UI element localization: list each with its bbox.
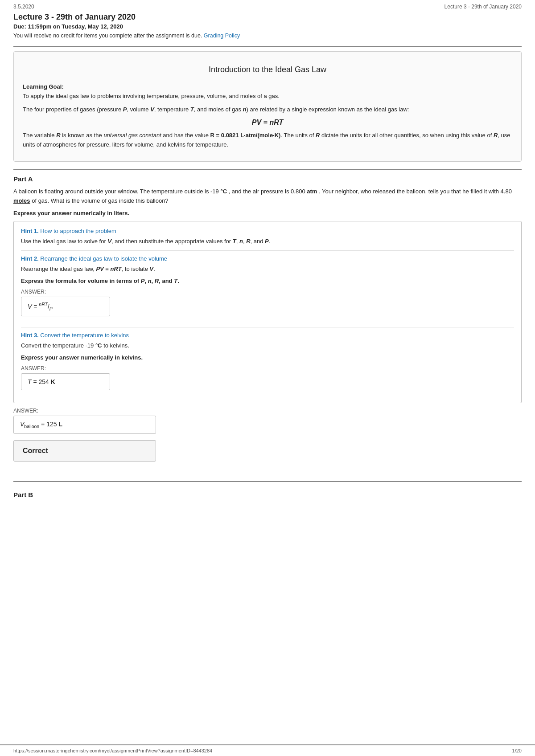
h2-r: R bbox=[155, 278, 159, 284]
hint-divider-1 bbox=[21, 250, 514, 251]
var-R-inline3: R bbox=[494, 132, 498, 139]
var-R-inline: R bbox=[56, 132, 60, 139]
correct-box: Correct bbox=[13, 440, 156, 462]
h2-t: T bbox=[174, 278, 177, 284]
parta-answer-value: Vballoon = 125 L bbox=[20, 421, 62, 428]
intro-desc1: The four properties of gases (pressure P… bbox=[23, 105, 512, 114]
h2-n: n bbox=[148, 278, 152, 284]
hint3-answer-value: T = 254 K bbox=[28, 378, 55, 385]
grading-note: You will receive no credit for items you… bbox=[13, 33, 522, 39]
learning-goal-text: To apply the ideal gas law to problems i… bbox=[23, 92, 512, 101]
hint1-var-T: T bbox=[233, 238, 236, 245]
hint3-title: Convert the temperature to kelvins bbox=[40, 332, 129, 339]
correct-label: Correct bbox=[23, 447, 48, 454]
parta-answer-label: ANSWER: bbox=[13, 408, 522, 414]
grading-note-text: You will receive no credit for items you… bbox=[13, 33, 202, 39]
header-section: Lecture 3 - 29th of January 2020 Due: 11… bbox=[0, 12, 535, 46]
intro-desc2: The variable R is known as the universal… bbox=[23, 131, 512, 150]
top-bar: 3.5.2020 Lecture 3 - 29th of January 202… bbox=[0, 0, 535, 12]
lecture-title: Lecture 3 - 29th of January 2020 bbox=[13, 12, 522, 22]
intro-title: Introduction to the Ideal Gas Law bbox=[23, 60, 512, 79]
top-bar-lecture: Lecture 3 - 29th of January 2020 bbox=[444, 4, 522, 10]
part-a-question: A balloon is floating around outside you… bbox=[13, 187, 522, 206]
universal-gas-constant-label: universal gas constant bbox=[103, 132, 161, 139]
part-a-divider bbox=[13, 169, 522, 170]
footer-bar: https://session.masteringchemistry.com/m… bbox=[0, 744, 535, 756]
hint3-temp-unit: °C bbox=[95, 342, 102, 349]
hint3-label: Hint 3. bbox=[21, 332, 39, 339]
hint2-answer-label: ANSWER: bbox=[21, 289, 514, 295]
temp-unit: °C bbox=[220, 188, 227, 195]
pressure-unit: atm bbox=[307, 188, 317, 195]
hint1-var-V: V bbox=[107, 238, 111, 245]
hint2-var-V: V bbox=[149, 266, 153, 272]
var-R-inline2: R bbox=[316, 132, 320, 139]
ideal-gas-formula: PV = nRT bbox=[23, 119, 512, 127]
grading-policy-link[interactable]: Grading Policy bbox=[204, 33, 240, 39]
hint3-express: Express your answer numerically in kelvi… bbox=[21, 354, 514, 361]
hint-divider-2 bbox=[21, 327, 514, 327]
hint2-answer-box: V = nRT/P bbox=[21, 297, 110, 316]
hint3-answer-label: ANSWER: bbox=[21, 365, 514, 372]
intro-section: Introduction to the Ideal Gas Law Learni… bbox=[13, 51, 522, 162]
hint2-label: Hint 2. bbox=[21, 255, 39, 262]
footer-page: 1/20 bbox=[512, 748, 522, 753]
footer-url: https://session.masteringchemistry.com/m… bbox=[13, 748, 212, 753]
due-date: Due: 11:59pm on Tuesday, May 12, 2020 bbox=[13, 23, 522, 30]
express-instruction: Express your answer numerically in liter… bbox=[13, 210, 522, 217]
part-a-section: Part A A balloon is floating around outs… bbox=[13, 175, 522, 462]
moles-unit: moles bbox=[13, 197, 30, 204]
hint1-var-n: n bbox=[239, 238, 243, 245]
part-b-section: Part B bbox=[0, 482, 535, 530]
hint1-var-P: P bbox=[265, 238, 269, 245]
h2-p: P bbox=[141, 278, 145, 284]
main-content: Introduction to the Ideal Gas Law Learni… bbox=[0, 51, 535, 481]
hint1-label: Hint 1. bbox=[21, 228, 39, 234]
var-V: V bbox=[150, 106, 154, 113]
hint2-header: Hint 2. Rearrange the ideal gas law to i… bbox=[21, 255, 514, 262]
hint2-express: Express the formula for volume in terms … bbox=[21, 278, 514, 284]
hint1-title: How to approach the problem bbox=[40, 228, 116, 234]
learning-goal-label: Learning Goal: bbox=[23, 83, 512, 90]
hint2-title: Rearrange the ideal gas law to isolate t… bbox=[40, 255, 167, 262]
header-divider bbox=[13, 46, 522, 47]
hint3-answer-box: T = 254 K bbox=[21, 373, 110, 390]
var-n: n bbox=[243, 106, 247, 113]
hint3-body: Convert the temperature -19 °C to kelvin… bbox=[21, 341, 514, 350]
hint1-body: Use the ideal gas law to solve for V, an… bbox=[21, 237, 514, 246]
hint3-header: Hint 3. Convert the temperature to kelvi… bbox=[21, 332, 514, 339]
R-value: R = 0.0821 L·atm/(mole·K) bbox=[210, 132, 281, 139]
parta-answer-box: Vballoon = 125 L bbox=[13, 416, 156, 434]
var-P: P bbox=[123, 106, 127, 113]
hint1-header: Hint 1. How to approach the problem bbox=[21, 228, 514, 234]
top-bar-date: 3.5.2020 bbox=[13, 4, 34, 10]
hints-container: Hint 1. How to approach the problem Use … bbox=[13, 221, 522, 403]
hint2-body: Rearrange the ideal gas law, PV = nRT, t… bbox=[21, 265, 514, 274]
part-a-label: Part A bbox=[13, 175, 522, 183]
var-T: T bbox=[190, 106, 194, 113]
hint2-answer-value: V = nRT/P bbox=[28, 303, 53, 310]
part-b-label: Part B bbox=[13, 491, 522, 499]
hint1-var-R: R bbox=[246, 238, 250, 245]
hint2-formula: PV = nRT bbox=[96, 266, 121, 272]
